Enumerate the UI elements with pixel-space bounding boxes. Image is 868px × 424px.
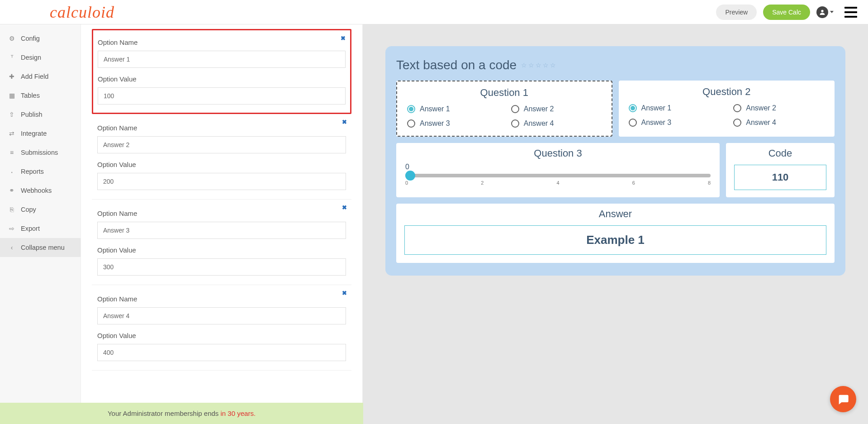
option-value-input[interactable] xyxy=(97,258,346,276)
sidebar-item-label: Publish xyxy=(21,111,43,118)
radio-label: Answer 2 xyxy=(524,105,554,113)
option-value-input[interactable] xyxy=(97,344,346,361)
option-value-label: Option Value xyxy=(97,161,346,168)
option-name-input[interactable] xyxy=(97,136,346,153)
membership-notice: Your Administrator membership ends in 30… xyxy=(0,403,363,424)
radio-label: Answer 4 xyxy=(746,119,776,127)
radio-option[interactable]: Answer 2 xyxy=(733,104,825,112)
sidebar-item-label: Design xyxy=(21,54,41,61)
slider[interactable] xyxy=(405,174,711,177)
radio-icon xyxy=(629,104,637,112)
radio-icon xyxy=(733,104,741,112)
integrate-icon: ⇄ xyxy=(8,130,15,137)
radio-icon xyxy=(407,105,415,113)
radio-label: Answer 2 xyxy=(746,104,776,112)
radio-option[interactable]: Answer 3 xyxy=(407,119,498,128)
chevron-down-icon xyxy=(830,11,834,13)
radio-option[interactable]: Answer 1 xyxy=(407,105,498,113)
save-button[interactable]: Save Calc xyxy=(763,5,810,20)
question-title: Question 2 xyxy=(629,86,825,98)
calculator-card: Text based on a code ☆☆☆☆☆ Question 1 An… xyxy=(385,46,845,276)
star-icon: ☆ xyxy=(536,62,541,69)
logo: calculoid xyxy=(50,3,114,22)
slider-ticks: 0 2 4 6 8 xyxy=(405,180,711,186)
tick-label: 4 xyxy=(556,180,559,186)
star-icon: ☆ xyxy=(550,62,556,69)
answer-value: Example 1 xyxy=(404,225,826,255)
radio-option[interactable]: Answer 3 xyxy=(629,119,720,127)
calculator-title: Text based on a code xyxy=(396,58,517,72)
avatar-icon xyxy=(816,6,828,18)
sidebar-item-config[interactable]: ⚙Config xyxy=(0,29,81,48)
sidebar-item-design[interactable]: ᵀDesign xyxy=(0,48,81,67)
rating-stars[interactable]: ☆☆☆☆☆ xyxy=(521,62,556,69)
answer-card[interactable]: Answer Example 1 xyxy=(396,204,835,263)
question-3-card[interactable]: Question 3 0 0 2 4 6 8 xyxy=(396,143,720,197)
option-name-label: Option Name xyxy=(98,38,346,46)
sidebar-item-submissions[interactable]: ≡Submissions xyxy=(0,143,81,162)
preview-button[interactable]: Preview xyxy=(716,5,757,20)
option-value-label: Option Value xyxy=(97,332,346,339)
radio-option[interactable]: Answer 4 xyxy=(511,119,602,128)
star-icon: ☆ xyxy=(543,62,549,69)
remove-option-button[interactable]: ✖ xyxy=(341,35,346,42)
remove-option-button[interactable]: ✖ xyxy=(342,290,347,296)
radio-icon xyxy=(407,119,415,128)
main: ⚙Config ᵀDesign ✚Add Field ▦Tables ⇧Publ… xyxy=(0,24,868,424)
radio-icon xyxy=(511,105,519,113)
svg-point-0 xyxy=(821,10,823,12)
sidebar-item-reports[interactable]: ⬪Reports xyxy=(0,162,81,181)
chevron-left-icon: ‹ xyxy=(8,244,15,251)
code-value: 110 xyxy=(734,165,826,190)
export-icon: ⇨ xyxy=(8,225,15,232)
gear-icon: ⚙ xyxy=(8,35,15,42)
sidebar-item-copy[interactable]: ⎘Copy xyxy=(0,200,81,219)
option-value-input[interactable] xyxy=(98,87,346,105)
option-block: ✖ Option Name Option Value xyxy=(92,29,351,114)
sidebar-item-collapse[interactable]: ‹Collapse menu xyxy=(0,238,81,257)
sidebar-item-export[interactable]: ⇨Export xyxy=(0,219,81,238)
sidebar-item-add-field[interactable]: ✚Add Field xyxy=(0,67,81,86)
slider-value: 0 xyxy=(405,163,711,171)
hamburger-menu[interactable] xyxy=(844,7,857,18)
chat-icon xyxy=(837,393,849,405)
remove-option-button[interactable]: ✖ xyxy=(342,119,347,125)
sidebar-item-label: Collapse menu xyxy=(21,244,65,251)
preview-area: Text based on a code ☆☆☆☆☆ Question 1 An… xyxy=(363,24,868,424)
question-1-card[interactable]: Question 1 Answer 1 Answer 2 Answer 3 An… xyxy=(396,81,612,137)
tick-label: 8 xyxy=(708,180,711,186)
sidebar-item-label: Add Field xyxy=(21,73,48,80)
remove-option-button[interactable]: ✖ xyxy=(342,204,347,211)
radio-option[interactable]: Answer 4 xyxy=(733,119,825,127)
option-name-label: Option Name xyxy=(97,295,346,303)
question-2-card[interactable]: Question 2 Answer 1 Answer 2 Answer 3 An… xyxy=(619,81,835,137)
sidebar-item-tables[interactable]: ▦Tables xyxy=(0,86,81,105)
slider-thumb[interactable] xyxy=(405,171,415,181)
sidebar-item-integrate[interactable]: ⇄Integrate xyxy=(0,124,81,143)
design-icon: ᵀ xyxy=(8,54,15,61)
radio-option[interactable]: Answer 2 xyxy=(511,105,602,113)
notice-highlight: in 30 years. xyxy=(221,410,256,417)
option-name-input[interactable] xyxy=(97,222,346,239)
user-menu[interactable] xyxy=(816,6,834,18)
sidebar: ⚙Config ᵀDesign ✚Add Field ▦Tables ⇧Publ… xyxy=(0,24,81,424)
code-title: Code xyxy=(734,148,826,159)
tick-label: 6 xyxy=(632,180,635,186)
header-actions: Preview Save Calc xyxy=(716,5,857,20)
chat-button[interactable] xyxy=(830,386,856,412)
option-name-input[interactable] xyxy=(97,307,346,324)
sidebar-item-publish[interactable]: ⇧Publish xyxy=(0,105,81,124)
notice-text: Your Administrator membership ends xyxy=(108,410,221,417)
calculator-title-row: Text based on a code ☆☆☆☆☆ xyxy=(396,58,835,72)
option-name-input[interactable] xyxy=(98,51,346,68)
option-value-input[interactable] xyxy=(97,173,346,190)
star-icon: ☆ xyxy=(521,62,527,69)
radio-option[interactable]: Answer 1 xyxy=(629,104,720,112)
radio-label: Answer 1 xyxy=(420,105,450,113)
editor-panel: ✖ Option Name Option Value ✖ Option Name… xyxy=(81,24,363,424)
row-2: Question 3 0 0 2 4 6 8 Code 110 xyxy=(396,143,835,197)
code-card[interactable]: Code 110 xyxy=(726,143,835,197)
sidebar-item-label: Submissions xyxy=(21,149,58,156)
option-block: ✖ Option Name Option Value xyxy=(92,285,351,371)
sidebar-item-webhooks[interactable]: ⚭Webhooks xyxy=(0,181,81,200)
